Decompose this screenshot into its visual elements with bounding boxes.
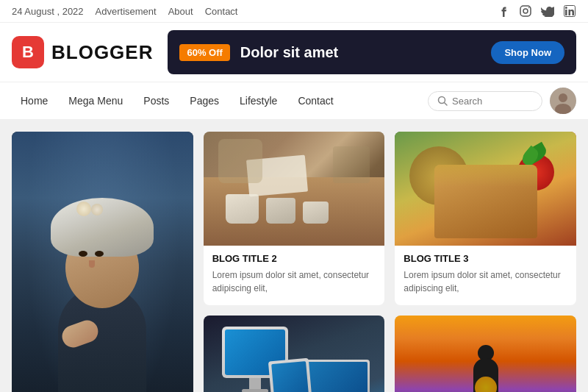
- post-image-4: [204, 316, 385, 392]
- twitter-icon[interactable]: [541, 4, 554, 18]
- user-avatar-img: [550, 88, 576, 114]
- logo-text: BLOGGER: [51, 41, 153, 64]
- top-bar-left: 24 August , 2022 Advertisement About Con…: [12, 6, 237, 17]
- svg-line-7: [445, 103, 448, 106]
- logo-icon: B: [12, 36, 44, 68]
- svg-point-1: [523, 9, 528, 13]
- post-title-3: BLOG TITLE 3: [404, 253, 567, 264]
- svg-rect-4: [565, 10, 567, 15]
- facebook-icon[interactable]: [497, 4, 510, 18]
- post-image-2: [204, 132, 385, 246]
- nav-mega-menu[interactable]: Mega Menu: [60, 90, 132, 111]
- post-card-3[interactable]: BLOG TITLE 3 Lorem ipsum dolor sit amet,…: [395, 132, 576, 305]
- banner: 60% Off Dolor sit amet Shop Now: [168, 30, 576, 74]
- nav-lifestyle[interactable]: Lifestyle: [231, 90, 286, 111]
- top-bar-right: [497, 4, 576, 18]
- nav-posts[interactable]: Posts: [135, 90, 178, 111]
- linkedin-icon[interactable]: [563, 4, 576, 18]
- nav-pages[interactable]: Pages: [181, 90, 228, 111]
- top-bar: 24 August , 2022 Advertisement About Con…: [0, 0, 588, 23]
- svg-point-5: [565, 7, 567, 9]
- post-card-5[interactable]: BLOG TITLE 5: [395, 316, 576, 392]
- post-title-2: BLOG TITLE 2: [212, 253, 376, 264]
- post-body-2: BLOG TITLE 2 Lorem ipsum dolor sit amet,…: [204, 246, 385, 305]
- logo-area: B BLOGGER: [12, 36, 153, 68]
- contact-link[interactable]: Contact: [205, 6, 238, 17]
- search-icon: [437, 96, 448, 106]
- post-card-2[interactable]: BLOG TITLE 2 Lorem ipsum dolor sit amet,…: [204, 132, 385, 305]
- post-featured[interactable]: BLOG TITLE 1 Lorem ipsum dolor sit amet,…: [12, 132, 193, 392]
- nav-contact[interactable]: Contact: [289, 90, 342, 111]
- post-excerpt-3: Lorem ipsum dolor sit amet, consectetur …: [404, 268, 567, 295]
- featured-image: [12, 132, 193, 392]
- nav-links: Home Mega Menu Posts Pages Lifestyle Con…: [12, 90, 428, 111]
- date-label: 24 August , 2022: [12, 6, 84, 17]
- post-image-5: [395, 316, 576, 392]
- banner-badge: 60% Off: [179, 44, 229, 61]
- header: B BLOGGER 60% Off Dolor sit amet Shop No…: [0, 23, 588, 82]
- svg-point-9: [559, 93, 567, 102]
- instagram-icon[interactable]: [519, 4, 532, 18]
- nav-home[interactable]: Home: [12, 90, 57, 111]
- shop-now-button[interactable]: Shop Now: [491, 41, 564, 64]
- svg-point-2: [528, 7, 530, 9]
- banner-text: Dolor sit amet: [240, 44, 481, 61]
- avatar: [550, 88, 576, 114]
- search-box[interactable]: [428, 91, 542, 111]
- advertisement-link[interactable]: Advertisement: [96, 6, 157, 17]
- nav-right: [428, 88, 576, 114]
- post-excerpt-2: Lorem ipsum dolor sit amet, consectetur …: [212, 268, 376, 295]
- post-body-3: BLOG TITLE 3 Lorem ipsum dolor sit amet,…: [395, 246, 576, 305]
- nav: Home Mega Menu Posts Pages Lifestyle Con…: [0, 82, 588, 120]
- post-card-4[interactable]: BLOG TITLE 4: [204, 316, 385, 392]
- about-link[interactable]: About: [168, 6, 193, 17]
- search-input[interactable]: [452, 96, 533, 107]
- post-image-3: [395, 132, 576, 246]
- main-content: BLOG TITLE 1 Lorem ipsum dolor sit amet,…: [0, 120, 588, 392]
